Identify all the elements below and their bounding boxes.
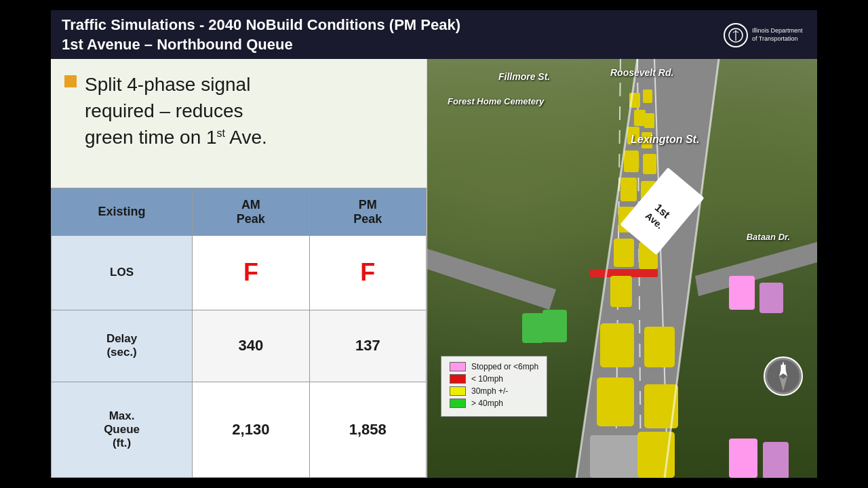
legend-label-40mph: > 40mph: [471, 399, 503, 408]
legend-color-stopped: [450, 362, 466, 371]
col-header-existing: Existing: [52, 188, 193, 236]
table-row-los: LOS F F: [52, 236, 427, 310]
label-lexington: Lexington St.: [631, 134, 699, 146]
row-los-am: F: [193, 236, 309, 310]
col-header-pm: PMPeak: [309, 188, 426, 236]
header-logo: Illinois Department of Transportation: [724, 23, 806, 47]
bullet-square-icon: [64, 75, 77, 87]
legend-box: Stopped or <6mph < 10mph 30mph +/- > 40m…: [441, 356, 547, 417]
legend-color-10mph: [450, 374, 466, 384]
label-forest-home: Forest Home Cemetery: [448, 96, 544, 106]
row-label-los: LOS: [52, 236, 193, 310]
label-fillmore: Fillmore St.: [498, 71, 550, 82]
idot-logo-circle: [724, 23, 748, 47]
idot-logo-text: Illinois Department of Transportation: [752, 27, 806, 43]
row-delay-pm: 137: [309, 310, 426, 382]
row-los-pm: F: [309, 236, 426, 310]
main-content: Split 4-phase signal required – reduces …: [51, 59, 817, 478]
header: Traffic Simulations - 2040 NoBuild Condi…: [51, 10, 817, 59]
legend-label-30mph: 30mph +/-: [471, 386, 508, 396]
bullet-section: Split 4-phase signal required – reduces …: [51, 59, 427, 188]
slide-title: Traffic Simulations - 2040 NoBuild Condi…: [62, 16, 724, 54]
legend-label-stopped: Stopped or <6mph: [471, 362, 538, 371]
table-row-delay: Delay(sec.) 340 137: [52, 310, 427, 382]
legend-color-30mph: [450, 386, 466, 396]
row-label-queue: Max.Queue(ft.): [52, 382, 193, 477]
bullet-text: Split 4-phase signal required – reduces …: [85, 71, 267, 151]
label-bataan: Bataan Dr.: [747, 232, 790, 242]
legend-item-10mph: < 10mph: [450, 374, 538, 384]
legend-item-30mph: 30mph +/-: [450, 386, 538, 396]
row-queue-pm: 1,858: [309, 382, 426, 477]
table-row-queue: Max.Queue(ft.) 2,130 1,858: [52, 382, 427, 477]
row-delay-am: 340: [193, 310, 309, 382]
row-queue-am: 2,130: [193, 382, 309, 477]
legend-item-stopped: Stopped or <6mph: [450, 362, 538, 371]
data-table: Existing AMPeak PMPeak LOS F F: [51, 188, 427, 478]
legend-item-40mph: > 40mph: [450, 399, 538, 408]
col-header-am: AMPeak: [193, 188, 309, 236]
compass: N: [763, 356, 804, 396]
legend-color-40mph: [450, 399, 466, 408]
label-roosevelt: Roosevelt Rd.: [610, 67, 673, 78]
col-pm-label: PMPeak: [353, 198, 382, 226]
col-am-label: AMPeak: [237, 198, 265, 226]
left-panel: Split 4-phase signal required – reduces …: [51, 59, 427, 478]
row-label-delay: Delay(sec.): [52, 310, 193, 382]
legend-label-10mph: < 10mph: [471, 374, 503, 384]
svg-text:N: N: [781, 363, 787, 373]
header-title: Traffic Simulations - 2040 NoBuild Condi…: [62, 16, 724, 54]
slide-container: Traffic Simulations - 2040 NoBuild Condi…: [51, 10, 817, 478]
right-panel: 1st Ave. Fillmore St. Roosevelt Rd. Fore…: [427, 59, 817, 478]
